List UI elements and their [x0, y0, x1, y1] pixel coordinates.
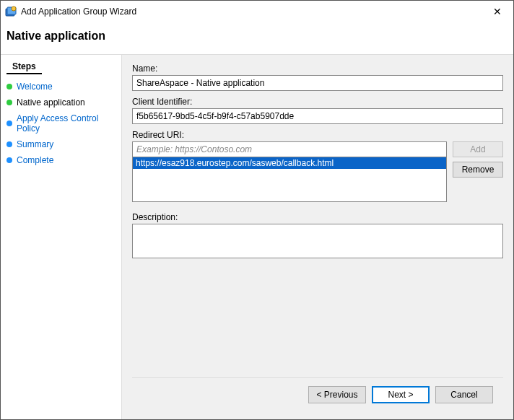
step-label: Complete	[17, 155, 53, 165]
wizard-body: Steps WelcomeNative applicationApply Acc…	[1, 55, 513, 419]
step-status-icon	[6, 84, 12, 89]
remove-button[interactable]: Remove	[453, 162, 503, 178]
sidebar-step-0[interactable]: Welcome	[1, 79, 121, 95]
form-area: Name: Client Identifier: Redirect URI: h…	[122, 55, 513, 419]
step-status-icon	[6, 157, 12, 163]
window-title: Add Application Group Wizard	[21, 6, 481, 17]
previous-button[interactable]: < Previous	[308, 386, 366, 403]
name-label: Name:	[132, 64, 503, 74]
step-status-icon	[6, 100, 12, 105]
sidebar-step-1[interactable]: Native application	[1, 95, 121, 110]
step-label: Apply Access Control Policy	[17, 113, 116, 134]
description-label: Description:	[132, 212, 503, 222]
redirect-uri-label: Redirect URI:	[132, 130, 503, 140]
step-label: Welcome	[17, 82, 53, 92]
steps-list: WelcomeNative applicationApply Access Co…	[1, 79, 121, 168]
client-id-input[interactable]	[132, 108, 503, 124]
step-label: Summary	[17, 139, 53, 149]
name-input[interactable]	[132, 75, 503, 91]
close-icon: ✕	[493, 6, 502, 17]
redirect-uri-list[interactable]: https://esaz918.eurostep.com/sasweb/call…	[132, 157, 447, 202]
svg-point-2	[12, 6, 16, 11]
next-button[interactable]: Next >	[372, 386, 430, 403]
steps-sidebar: Steps WelcomeNative applicationApply Acc…	[1, 55, 122, 419]
cancel-button[interactable]: Cancel	[435, 386, 493, 403]
sidebar-step-4[interactable]: Complete	[1, 152, 121, 168]
app-icon	[5, 6, 17, 17]
step-label: Native application	[17, 97, 85, 108]
page-title: Native application	[6, 30, 508, 43]
sidebar-step-3[interactable]: Summary	[1, 136, 121, 152]
redirect-uri-input[interactable]	[132, 141, 447, 157]
client-id-label: Client Identifier:	[132, 97, 503, 107]
title-bar: Add Application Group Wizard ✕	[1, 1, 513, 22]
step-status-icon	[6, 141, 12, 147]
sidebar-step-2[interactable]: Apply Access Control Policy	[1, 110, 121, 136]
close-button[interactable]: ✕	[481, 1, 513, 22]
redirect-uri-row: https://esaz918.eurostep.com/sasweb/call…	[132, 141, 503, 202]
wizard-header: Native application	[1, 22, 513, 55]
step-status-icon	[6, 121, 12, 126]
add-button[interactable]: Add	[453, 141, 503, 157]
wizard-footer: < Previous Next > Cancel	[132, 377, 503, 411]
steps-heading: Steps	[6, 60, 42, 74]
description-input[interactable]	[132, 224, 503, 258]
wizard-window: Add Application Group Wizard ✕ Native ap…	[0, 0, 514, 420]
redirect-uri-item[interactable]: https://esaz918.eurostep.com/sasweb/call…	[133, 157, 446, 169]
